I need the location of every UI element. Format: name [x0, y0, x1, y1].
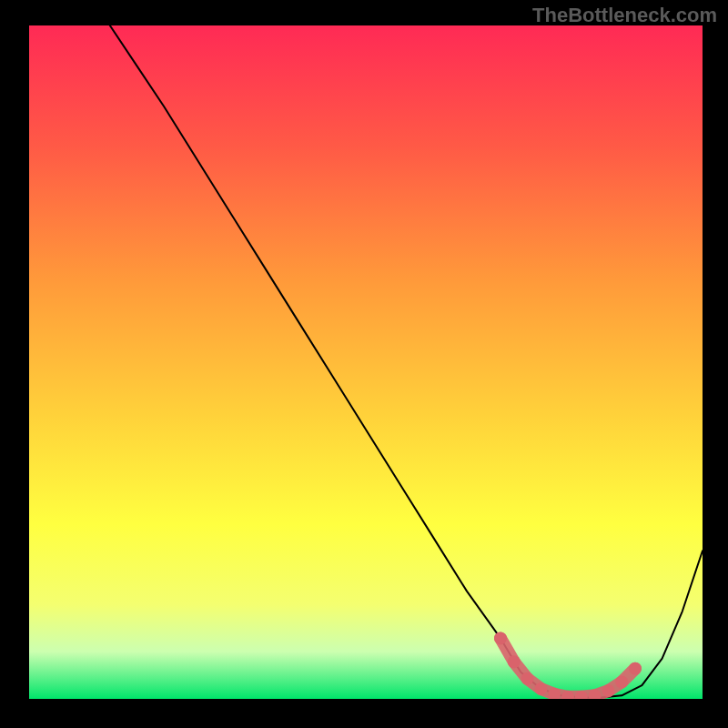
watermark-text: TheBottleneck.com	[532, 4, 717, 27]
optimal-region-dot	[534, 682, 547, 695]
optimal-region-dot	[602, 684, 614, 697]
optimal-region-dot	[521, 672, 534, 685]
optimal-region-dot	[629, 662, 642, 675]
chart-svg	[29, 25, 703, 699]
optimal-region-dot	[508, 655, 521, 668]
svg-rect-0	[29, 25, 703, 699]
plot-area	[29, 25, 703, 699]
optimal-region-dot	[615, 676, 628, 689]
chart-container: TheBottleneck.com	[0, 0, 728, 728]
optimal-region-dot	[494, 632, 507, 644]
